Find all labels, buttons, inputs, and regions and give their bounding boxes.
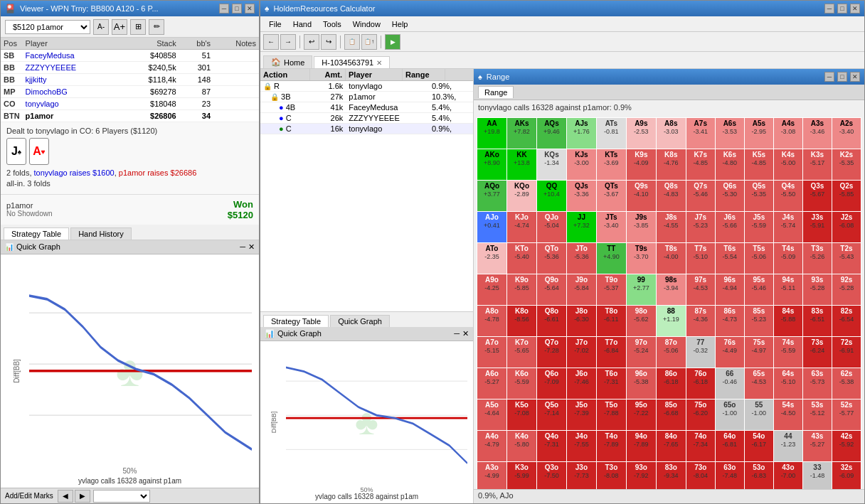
range-cell-77[interactable]: 77-0.32 [686, 337, 715, 368]
range-cell-T4o[interactable]: T4o-7.89 [596, 431, 626, 462]
range-cell-J9o[interactable]: J9o-5.84 [566, 274, 596, 306]
range-cell-KTo[interactable]: KTo-5.40 [506, 243, 536, 274]
range-cell-AKs[interactable]: AKs+7.82 [506, 118, 536, 149]
range-cell-92s[interactable]: 92s-5.28 [832, 274, 861, 306]
range-cell-A7o[interactable]: A7o-5.15 [477, 337, 507, 368]
range-cell-83s[interactable]: 83s-6.51 [802, 306, 832, 337]
range-cell-83o[interactable]: 83o-9.34 [656, 462, 686, 490]
range-cell-K8s[interactable]: K8s-4.76 [656, 149, 686, 181]
font-increase-btn[interactable]: A+ [112, 19, 127, 35]
range-cell-95s[interactable]: 95s-5.46 [744, 274, 773, 306]
qg-close-icon[interactable]: ✕ [462, 329, 469, 338]
range-cell-QTo[interactable]: QTo-5.36 [536, 243, 566, 274]
viewer-minimize-btn[interactable]: ─ [219, 4, 229, 14]
range-cell-44[interactable]: 44-1.23 [773, 431, 802, 462]
range-cell-Q5s[interactable]: Q5s-5.35 [744, 181, 773, 212]
table-row[interactable]: SB FaceyMedusa $40858 51 [1, 50, 259, 62]
graph-minimize-icon[interactable]: ─ [240, 242, 245, 252]
range-cell-97o[interactable]: 97o-5.24 [626, 337, 656, 368]
range-cell-Q4o[interactable]: Q4o-7.31 [536, 431, 566, 462]
range-cell-J7s[interactable]: J7s-5.23 [686, 212, 715, 243]
toolbar-btn-2[interactable]: → [280, 34, 296, 50]
range-cell-53s[interactable]: 53s-5.12 [802, 400, 832, 431]
range-cell-K6o[interactable]: K6o-5.59 [506, 368, 536, 400]
range-cell-A8s[interactable]: A8s-3.03 [656, 118, 686, 149]
range-cell-JTo[interactable]: JTo-5.36 [566, 243, 596, 274]
range-close-btn[interactable]: ✕ [850, 72, 860, 82]
range-cell-Q7o[interactable]: Q7o-7.28 [536, 337, 566, 368]
range-cell-J6s[interactable]: J6s-5.66 [715, 212, 744, 243]
range-cell-KQo[interactable]: KQo-2.89 [506, 181, 536, 212]
range-cell-A8o[interactable]: A8o-4.78 [477, 306, 507, 337]
toolbar-btn-3[interactable]: ↩ [304, 34, 319, 50]
toolbar-btn-calc[interactable]: ▶ [385, 34, 400, 50]
range-cell-TT[interactable]: TT+4.90 [596, 243, 626, 274]
viewer-maximize-btn[interactable]: □ [232, 4, 242, 14]
range-cell-A3o[interactable]: A3o-4.99 [477, 462, 507, 490]
range-cell-J6o[interactable]: J6o-7.46 [566, 368, 596, 400]
marks-next-btn[interactable]: ▶ [75, 490, 90, 503]
range-cell-AA[interactable]: AA+19.8 [477, 118, 507, 149]
range-cell-A3s[interactable]: A3s-3.46 [802, 118, 832, 149]
range-cell-88[interactable]: 88+1.19 [656, 306, 686, 337]
table-row[interactable]: BB kjjkitty $118,4k 148 [1, 74, 259, 86]
menu-hand[interactable]: Hand [287, 18, 317, 30]
range-cell-Q6s[interactable]: Q6s-5.30 [715, 181, 744, 212]
tab-hand-close[interactable]: ✕ [376, 59, 382, 67]
range-cell-ATo[interactable]: ATo-2.35 [477, 243, 507, 274]
range-cell-K9o[interactable]: K9o-5.85 [506, 274, 536, 306]
range-cell-87o[interactable]: 87o-5.06 [656, 337, 686, 368]
range-cell-62s[interactable]: 62s-5.38 [832, 368, 861, 400]
notes-bb1[interactable] [213, 62, 259, 74]
tab-strategy-table[interactable]: Strategy Table [4, 227, 69, 240]
range-cell-T5s[interactable]: T5s-5.06 [744, 243, 773, 274]
range-cell-J8o[interactable]: J8o-6.30 [566, 306, 596, 337]
toolbar-btn-6[interactable]: 📋↑ [361, 34, 377, 50]
range-cell-76s[interactable]: 76s-4.49 [715, 337, 744, 368]
graph-close-icon[interactable]: ✕ [248, 242, 255, 252]
hrc-close-btn[interactable]: ✕ [850, 4, 860, 14]
range-cell-Q6o[interactable]: Q6o-7.09 [536, 368, 566, 400]
range-cell-J7o[interactable]: J7o-7.02 [566, 337, 596, 368]
range-cell-64o[interactable]: 64o-6.81 [715, 431, 744, 462]
range-cell-AQo[interactable]: AQo+3.77 [477, 181, 507, 212]
range-cell-86s[interactable]: 86s-4.73 [715, 306, 744, 337]
range-cell-T8o[interactable]: T8o-6.11 [596, 306, 626, 337]
range-cell-99[interactable]: 99+2.77 [626, 274, 656, 306]
range-cell-K7o[interactable]: K7o-5.65 [506, 337, 536, 368]
notes-bb2[interactable] [213, 74, 259, 86]
range-cell-85o[interactable]: 85o-6.68 [656, 400, 686, 431]
range-cell-93o[interactable]: 93o-7.92 [626, 462, 656, 490]
range-cell-95o[interactable]: 95o-7.22 [626, 400, 656, 431]
toolbar-btn-5[interactable]: 📋 [344, 34, 360, 50]
range-cell-43s[interactable]: 43s-5.27 [802, 431, 832, 462]
marker-btn[interactable]: ✏ [149, 19, 164, 35]
range-cell-54o[interactable]: 54o-6.17 [744, 431, 773, 462]
range-cell-T5o[interactable]: T5o-7.88 [596, 400, 626, 431]
range-cell-53o[interactable]: 53o-6.83 [744, 462, 773, 490]
range-cell-T3s[interactable]: T3s-5.26 [802, 243, 832, 274]
range-cell-84s[interactable]: 84s-5.88 [773, 306, 802, 337]
range-cell-84o[interactable]: 84o-7.65 [656, 431, 686, 462]
menu-help[interactable]: Help [386, 18, 414, 30]
range-cell-74s[interactable]: 74s-5.59 [773, 337, 802, 368]
range-cell-52s[interactable]: 52s-5.77 [832, 400, 861, 431]
range-cell-A2s[interactable]: A2s-3.40 [832, 118, 861, 149]
range-cell-96s[interactable]: 96s-4.94 [715, 274, 744, 306]
range-cell-K3o[interactable]: K3o-5.99 [506, 462, 536, 490]
range-cell-J3s[interactable]: J3s-5.91 [802, 212, 832, 243]
range-cell-64s[interactable]: 64s-5.10 [773, 368, 802, 400]
range-cell-QQ[interactable]: QQ+10.4 [536, 181, 566, 212]
range-cell-54s[interactable]: 54s-4.50 [773, 400, 802, 431]
range-minimize-btn[interactable]: ─ [824, 72, 834, 82]
font-decrease-btn[interactable]: A- [93, 19, 109, 35]
range-cell-T7s[interactable]: T7s-5.10 [686, 243, 715, 274]
range-cell-A4o[interactable]: A4o-4.79 [477, 431, 507, 462]
range-cell-KJs[interactable]: KJs-3.00 [566, 149, 596, 181]
range-cell-J4o[interactable]: J4o-7.55 [566, 431, 596, 462]
range-cell-QJs[interactable]: QJs-3.36 [566, 181, 596, 212]
range-cell-A9o[interactable]: A9o-4.25 [477, 274, 507, 306]
table-row[interactable]: MP DimochoBG $69278 87 [1, 86, 259, 98]
range-cell-85s[interactable]: 85s-5.23 [744, 306, 773, 337]
notes-btn[interactable] [213, 110, 259, 122]
